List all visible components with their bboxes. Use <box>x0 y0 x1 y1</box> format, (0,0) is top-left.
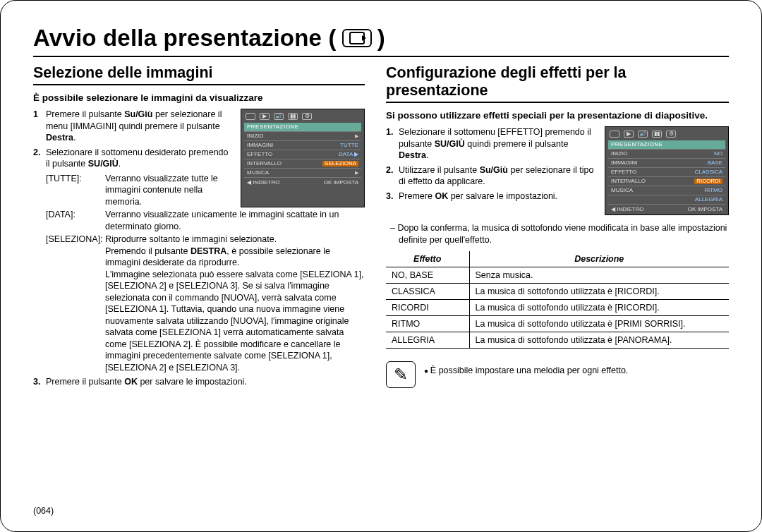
lcd-iconstrip: ▶🔊▮▮⚙ <box>244 112 361 123</box>
lcd-row: INTERVALLOSELEZIONA <box>244 159 361 168</box>
table-row: RICORDILa musica di sottofondo utilizzat… <box>386 300 729 316</box>
def-desc: Verranno visualizzate tutte le immagini … <box>105 173 234 208</box>
left-column: Selezione delle immagini È possibile sel… <box>33 64 365 391</box>
lcd-icon: ⚙ <box>666 131 676 138</box>
pencil-note-icon: ✎ <box>386 361 416 388</box>
columns: Selezione delle immagini È possibile sel… <box>33 64 729 391</box>
page-title-close: ) <box>377 25 385 52</box>
def-data: [DATA]: Verranno visualizzate unicamente… <box>46 209 365 232</box>
right-section-title: Configurazione degli effetti per la pres… <box>386 64 729 103</box>
lcd-icon: 🔊 <box>638 131 648 138</box>
right-step-3: 3. Premere OK per salvare le impostazion… <box>386 191 599 202</box>
lcd-menu-left: ▶🔊▮▮⚙ PRESENTAZIONE INIZIO IMMAGINITUTTE… <box>241 109 365 207</box>
lcd-icon: ▶ <box>260 113 270 120</box>
lcd-row: MUSICARITMO <box>608 186 725 195</box>
left-steps-1-2: 1 Premere il pulsante Su/Giù per selezio… <box>33 109 234 207</box>
note-text: È possibile impostare una melodia per og… <box>424 365 628 375</box>
page-title: Avvio della presentazione ( ) <box>33 25 729 57</box>
right-column: Configurazione degli effetti per la pres… <box>386 64 729 391</box>
def-desc: Verranno visualizzate unicamente le imma… <box>105 209 365 232</box>
right-step-1: 1. Selezionare il sottomenu [EFFETTO] pr… <box>386 126 599 162</box>
lcd-header: PRESENTAZIONE <box>608 140 725 149</box>
step-body: Selezionare il sottomenu [EFFETTO] preme… <box>399 126 599 162</box>
left-step-3: 3. Premere il pulsante OK per salvare le… <box>33 376 365 388</box>
lcd-icon: 🔊 <box>274 113 284 120</box>
lcd-icon: ▮▮ <box>288 113 298 120</box>
right-upper-block: 1. Selezionare il sottomenu [EFFETTO] pr… <box>386 126 729 215</box>
step-body: Premere il pulsante Su/Giù per seleziona… <box>46 109 234 144</box>
page-number: 064 <box>33 506 54 516</box>
lcd-row: ALLEGRIA <box>608 195 725 204</box>
step-body: Premere OK per salvare le impostazioni. <box>399 191 599 202</box>
step-num: 1. <box>386 126 399 162</box>
th-effetto: Effetto <box>386 251 469 267</box>
right-after-note: Dopo la conferma, la musica di sottofond… <box>399 222 729 246</box>
lcd-footer: INDIETROOK IMPOSTA <box>244 177 361 186</box>
table-row: ALLEGRIALa musica di sottofondo utilizza… <box>386 332 729 349</box>
manual-page: Avvio della presentazione ( ) Selezione … <box>0 0 762 532</box>
note-box: ✎ È possibile impostare una melodia per … <box>386 361 729 388</box>
table-row: RITMOLa musica di sottofondo utilizzata … <box>386 316 729 332</box>
lcd-footer: INDIETROOK IMPOSTA <box>608 204 725 213</box>
lcd-row: IMMAGINITUTTE <box>244 140 361 150</box>
table-header-row: Effetto Descrizione <box>386 251 729 267</box>
lcd-icon: ▮▮ <box>652 131 662 138</box>
lcd-row: INTERVALLORICORDI <box>608 176 725 186</box>
left-defs-continued: [DATA]: Verranno visualizzate unicamente… <box>33 209 365 388</box>
left-step-2: 2. Selezionare il sottomenu desiderato p… <box>33 147 234 170</box>
step-body: Premere il pulsante OK per salvare le im… <box>46 376 365 388</box>
step-num: 3. <box>386 191 399 202</box>
lcd-icon: ⚙ <box>302 113 312 120</box>
effects-table: Effetto Descrizione NO, BASESenza musica… <box>386 251 729 349</box>
lcd-iconstrip: ▶🔊▮▮⚙ <box>608 130 725 140</box>
def-term: [DATA]: <box>46 209 105 232</box>
step-body: Selezionare il sottomenu desiderato prem… <box>46 147 234 170</box>
lcd-row: INIZIO <box>244 131 361 140</box>
def-term: [TUTTE]: <box>46 173 105 208</box>
step-num: 2. <box>386 164 399 188</box>
table-row: CLASSICALa musica di sottofondo utilizza… <box>386 284 729 300</box>
right-lead: Si possono utilizzare effetti speciali p… <box>386 110 729 121</box>
lcd-icon: ▶ <box>624 131 634 138</box>
lcd-row: INIZIONO <box>608 149 725 158</box>
lcd-row: EFFETTODATA ▶ <box>244 150 361 159</box>
left-step-1: 1 Premere il pulsante Su/Giù per selezio… <box>33 109 234 144</box>
step-body: Utilizzare il pulsante Su/Giù per selezi… <box>399 164 599 188</box>
left-section-title: Selezione delle immagini <box>33 64 365 85</box>
def-seleziona: [SELEZIONA]: Riprodurre soltanto le imma… <box>46 234 365 373</box>
right-step-2: 2. Utilizzare il pulsante Su/Giù per sel… <box>386 164 599 188</box>
step-num: 1 <box>33 109 46 144</box>
left-upper-block: 1 Premere il pulsante Su/Giù per selezio… <box>33 109 365 207</box>
lcd-row: IMMAGINIBASE <box>608 158 725 167</box>
def-tutte: [TUTTE]: Verranno visualizzate tutte le … <box>46 173 234 208</box>
step-num: 3. <box>33 376 46 388</box>
lcd-row: EFFETTOCLASSICA <box>608 167 725 176</box>
lcd-row: MUSICA <box>244 168 361 177</box>
slideshow-icon <box>342 29 372 47</box>
step-num: 2. <box>33 147 46 170</box>
lcd-header: PRESENTAZIONE <box>244 123 361 131</box>
lcd-menu-right: ▶🔊▮▮⚙ PRESENTAZIONE INIZIONO IMMAGINIBAS… <box>605 126 729 215</box>
table-row: NO, BASESenza musica. <box>386 267 729 284</box>
right-steps: 1. Selezionare il sottomenu [EFFETTO] pr… <box>386 126 599 215</box>
page-title-text: Avvio della presentazione ( <box>33 25 337 52</box>
left-lead: È possibile selezionare le immagini da v… <box>33 92 365 103</box>
lcd-icon <box>246 113 255 120</box>
def-desc: Riprodurre soltanto le immagini selezion… <box>105 234 365 373</box>
def-term: [SELEZIONA]: <box>46 234 105 373</box>
th-descrizione: Descrizione <box>469 251 729 267</box>
lcd-icon <box>610 131 619 138</box>
